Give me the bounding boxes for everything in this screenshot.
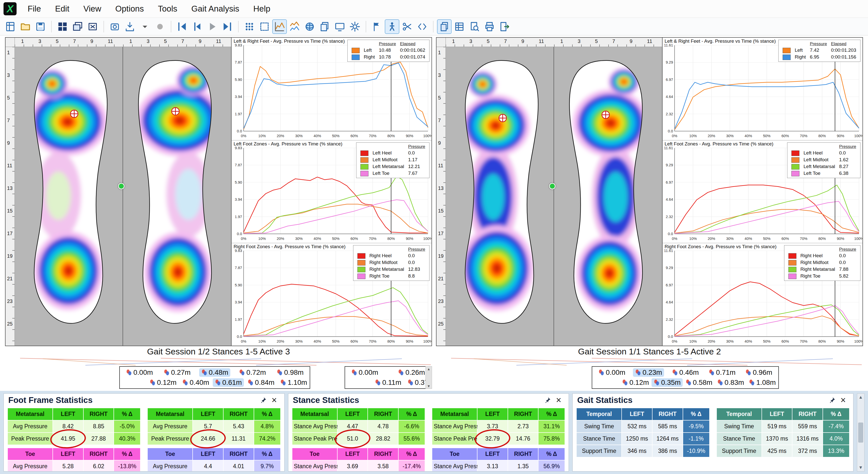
print-icon[interactable] — [482, 19, 497, 34]
play-icon[interactable] — [205, 19, 219, 34]
stat-header-row: ToeLEFTRIGHT% Δ — [148, 448, 280, 460]
sync-marker-icon[interactable] — [549, 183, 556, 189]
svg-text:30%: 30% — [295, 236, 303, 241]
stance-chip[interactable]: 0.98m — [275, 368, 306, 377]
close-button[interactable]: × — [553, 394, 564, 406]
stance-chip[interactable]: 0.26m — [396, 368, 427, 377]
stance-chip[interactable]: 0.83m — [715, 378, 746, 387]
stance-chip[interactable]: 0.40m — [180, 378, 211, 387]
sync-marker-icon[interactable] — [118, 183, 125, 189]
legend-swatch — [788, 260, 797, 265]
close-button[interactable]: × — [838, 394, 849, 406]
dock-scrollbar[interactable]: ▲▼ — [857, 393, 865, 472]
stat-row: Peak Pressure41.9527.8840.3% — [7, 433, 141, 445]
stance-chip[interactable]: 0.48m — [199, 368, 230, 377]
svg-text:3.94: 3.94 — [235, 197, 242, 201]
menu-edit[interactable]: Edit — [48, 0, 76, 18]
copy-frame-icon[interactable] — [317, 19, 332, 34]
legend-row: Left Heel0.0 — [789, 150, 858, 157]
select-region-icon[interactable] — [257, 19, 272, 34]
stat-row: Stance Peak Pressure51.028.8255.6% — [292, 433, 425, 445]
stance-chip[interactable]: 0.12m — [620, 378, 651, 387]
menu-gait-analysis[interactable]: Gait Analysis — [184, 0, 246, 18]
svg-text:0.0: 0.0 — [668, 129, 673, 133]
stat-header-row: MetatarsalLEFTRIGHT% Δ — [7, 408, 141, 420]
session-labels: Gait Session 1/2 Stances 1-5 Active 3Gai… — [5, 347, 863, 356]
svg-text:0%: 0% — [672, 339, 677, 343]
legend-swatch — [352, 48, 360, 53]
dropdown-icon[interactable] — [137, 19, 152, 34]
footprint-pair-icon — [215, 379, 221, 386]
vertical-ruler: 135791113151719212325 — [436, 47, 446, 346]
new-frame-icon[interactable] — [3, 19, 18, 34]
menu-view[interactable]: View — [76, 0, 108, 18]
svg-text:60%: 60% — [781, 236, 789, 241]
globe-3d-icon[interactable] — [302, 19, 317, 34]
stance-chip[interactable]: 0.23m — [633, 368, 664, 377]
export-file-icon[interactable] — [497, 19, 512, 34]
stance-chip[interactable]: 0.58m — [683, 378, 715, 387]
settings-gear-icon[interactable] — [348, 19, 362, 34]
stance-chip[interactable]: 0.46m — [670, 368, 701, 377]
close-windows-icon[interactable] — [85, 19, 100, 34]
footprint-pair-icon — [201, 369, 207, 376]
pin-button[interactable] — [542, 394, 553, 406]
grid-view-icon[interactable] — [242, 19, 257, 34]
stance-chip[interactable]: 0.96m — [743, 368, 774, 377]
svg-text:80%: 80% — [818, 236, 826, 241]
stance-chip[interactable]: 0.27m — [161, 368, 193, 377]
menu-tools[interactable]: Tools — [151, 0, 184, 18]
snapshot-icon[interactable] — [107, 19, 122, 34]
legend-swatch — [792, 164, 800, 169]
flag-marker-icon[interactable] — [370, 19, 384, 34]
stance-chip[interactable]: 0.35m — [651, 378, 683, 387]
footprint-pair-icon — [685, 379, 691, 386]
stance-chip[interactable]: 0.72m — [237, 368, 268, 377]
stance-chip[interactable]: 0.11m — [373, 378, 403, 387]
line-chart-icon[interactable] — [272, 19, 287, 34]
video-capture-icon[interactable] — [333, 19, 347, 34]
stance-chip[interactable]: 0.61m — [213, 378, 244, 387]
ruler-corner — [436, 38, 446, 47]
menu-help[interactable]: Help — [246, 0, 278, 18]
trim-clip-icon[interactable] — [400, 19, 414, 34]
sensor-pane — [554, 47, 662, 346]
legend-swatch — [788, 267, 797, 272]
svg-text:30%: 30% — [726, 236, 734, 241]
skip-end-icon[interactable] — [220, 19, 235, 34]
stance-chip[interactable]: 0.00m — [349, 368, 380, 377]
prev-frame-icon[interactable] — [190, 19, 205, 34]
stance-chip[interactable]: 0.00m — [124, 368, 155, 377]
report-table-icon[interactable] — [452, 19, 467, 34]
menu-options[interactable]: Options — [108, 0, 151, 18]
skip-start-icon[interactable] — [175, 19, 189, 34]
compare-charts-icon[interactable] — [287, 19, 302, 34]
download-icon[interactable] — [123, 19, 137, 34]
stance-chip[interactable]: 0.12m — [148, 378, 179, 387]
gait-person-icon[interactable] — [385, 19, 399, 34]
save-icon[interactable] — [33, 19, 48, 34]
tile-windows-icon[interactable] — [55, 19, 70, 34]
record-icon[interactable] — [153, 19, 167, 34]
menu-file[interactable]: File — [21, 0, 48, 18]
code-view-icon[interactable] — [415, 19, 430, 34]
footprint-pair-icon — [749, 379, 755, 386]
stance-chip[interactable]: 1.08m — [747, 378, 778, 387]
copy-pages-icon[interactable] — [437, 19, 452, 34]
svg-text:30%: 30% — [295, 134, 303, 138]
pin-button[interactable] — [827, 394, 838, 406]
print-preview-icon[interactable] — [467, 19, 482, 34]
svg-text:60%: 60% — [781, 134, 789, 138]
close-button[interactable]: × — [269, 394, 280, 406]
stance-chip[interactable]: 1.10m — [278, 378, 309, 387]
svg-text:7.87: 7.87 — [235, 163, 242, 167]
stance-chip[interactable]: 0.84m — [245, 378, 277, 387]
timeline-scrollbar[interactable]: ▲▼ — [426, 366, 432, 389]
stance-chip[interactable]: 0.00m — [596, 368, 627, 377]
pin-button[interactable] — [258, 394, 269, 406]
footprint-pair-icon — [182, 379, 188, 386]
open-file-icon[interactable] — [18, 19, 33, 34]
cascade-windows-icon[interactable] — [70, 19, 85, 34]
stance-chip[interactable]: 0.71m — [707, 368, 738, 377]
legend-row: Left Metatarsal12.21 — [359, 163, 427, 170]
